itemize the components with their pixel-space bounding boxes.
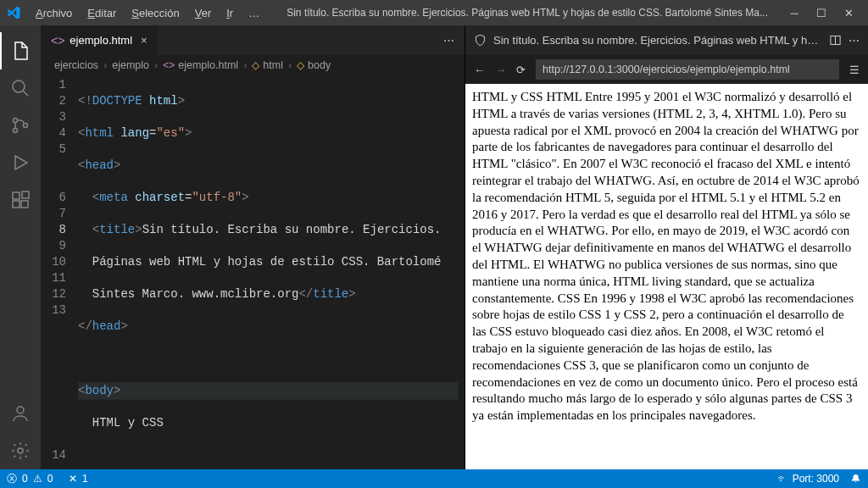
menu-seleccion[interactable]: Selección — [125, 3, 186, 23]
close-icon[interactable]: ✕ — [843, 7, 854, 19]
status-problems[interactable]: ⓧ0 ⚠0 ✕1 — [7, 472, 88, 486]
crumb-symbol[interactable]: html — [263, 59, 283, 71]
preview-document[interactable]: HTML y CSS HTML Entre 1995 y 2001 el W3C… — [465, 84, 868, 469]
crumb-symbol[interactable]: body — [308, 59, 331, 71]
title-bar: Archivo Editar Selección Ver Ir … Sin tí… — [0, 0, 868, 25]
preview-shield-icon — [474, 34, 487, 47]
ports-icon: ✕ — [69, 473, 77, 485]
vscode-logo-icon — [7, 6, 20, 19]
source-control-icon[interactable] — [0, 107, 41, 144]
crumb-file[interactable]: ejemplo.html — [178, 59, 238, 71]
broadcast-icon: ᯤ — [777, 473, 787, 485]
error-icon: ⓧ — [7, 472, 17, 486]
maximize-icon[interactable]: ☐ — [815, 7, 827, 19]
extensions-icon[interactable] — [0, 181, 41, 219]
line-gutter: 1234567891011121314 — [41, 75, 78, 469]
svg-point-3 — [24, 124, 28, 128]
more-actions-icon[interactable]: ⋯ — [849, 34, 860, 47]
split-editor-icon[interactable] — [829, 34, 842, 47]
crumb-folder[interactable]: ejercicios — [54, 59, 98, 71]
svg-point-2 — [14, 129, 18, 133]
tab-close-icon[interactable]: × — [141, 34, 147, 47]
menu-icon[interactable]: ☰ — [849, 64, 860, 76]
menu-archivo[interactable]: Archivo — [29, 3, 79, 23]
editor-pane: <> ejemplo.html × ⋯ ejercicios› ejemplo›… — [41, 25, 465, 469]
menu-overflow[interactable]: … — [242, 3, 266, 23]
warning-icon: ⚠ — [33, 473, 42, 485]
account-icon[interactable] — [0, 395, 41, 432]
html-file-icon: <> — [163, 59, 175, 71]
minimize-icon[interactable]: ─ — [788, 7, 800, 19]
search-icon[interactable] — [0, 69, 41, 107]
status-port[interactable]: ᯤ Port: 3000 — [777, 473, 839, 485]
bell-icon[interactable]: 🔔︎ — [851, 473, 861, 485]
symbol-icon: ◇ — [297, 59, 304, 71]
status-bar: ⓧ0 ⚠0 ✕1 ᯤ Port: 3000 🔔︎ — [0, 469, 868, 488]
svg-point-1 — [14, 119, 18, 123]
svg-point-8 — [17, 407, 24, 413]
more-actions-icon[interactable]: ⋯ — [443, 34, 454, 47]
code-lines[interactable]: <!DOCTYPE html> <html lang="es"> <head> … — [78, 75, 465, 469]
menu-bar: Archivo Editar Selección Ver Ir … — [29, 3, 266, 23]
tab-label: ejemplo.html — [70, 34, 132, 47]
settings-gear-icon[interactable] — [0, 432, 41, 469]
preview-toolbar: ← → ⟳ http://127.0.0.1:3000/ejercicios/e… — [465, 55, 868, 84]
symbol-icon: ◇ — [252, 59, 259, 71]
menu-ir[interactable]: Ir — [220, 3, 240, 23]
breadcrumbs[interactable]: ejercicios› ejemplo› <> ejemplo.html› ◇ … — [41, 55, 465, 75]
svg-rect-5 — [13, 201, 19, 208]
svg-point-0 — [13, 80, 25, 92]
activity-bar — [0, 25, 41, 469]
preview-url-input[interactable]: http://127.0.0.1:3000/ejercicios/ejemplo… — [536, 59, 839, 80]
svg-rect-7 — [22, 191, 29, 198]
reload-icon[interactable]: ⟳ — [516, 64, 526, 76]
html-file-icon: <> — [51, 34, 64, 47]
code-editor[interactable]: 1234567891011121314 <!DOCTYPE html> <htm… — [41, 75, 465, 469]
svg-rect-6 — [21, 201, 28, 208]
run-debug-icon[interactable] — [0, 144, 41, 181]
preview-pane: Sin título. Escriba su nombre. Ejercicio… — [465, 25, 868, 469]
preview-tab-title[interactable]: Sin título. Escriba su nombre. Ejercicio… — [493, 34, 822, 47]
menu-ver[interactable]: Ver — [188, 3, 219, 23]
nav-forward-icon[interactable]: → — [495, 64, 506, 76]
editor-tab-row: <> ejemplo.html × ⋯ — [41, 25, 465, 55]
window-title: Sin título. Escriba su nombre. Ejercicio… — [266, 7, 788, 19]
nav-back-icon[interactable]: ← — [474, 64, 485, 76]
svg-rect-4 — [13, 192, 19, 199]
menu-editar[interactable]: Editar — [81, 3, 123, 23]
tab-ejemplo-html[interactable]: <> ejemplo.html × — [41, 25, 159, 55]
explorer-icon[interactable] — [0, 32, 41, 69]
svg-point-9 — [18, 448, 23, 453]
crumb-folder[interactable]: ejemplo — [112, 59, 149, 71]
